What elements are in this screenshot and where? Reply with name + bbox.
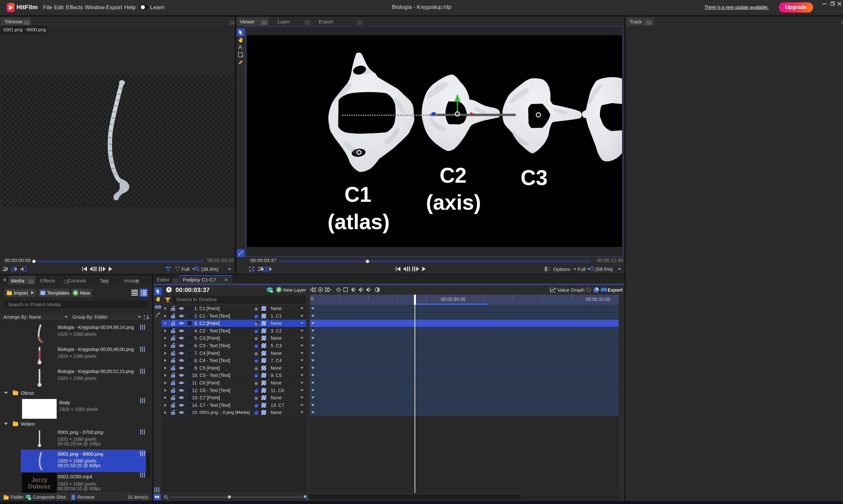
svg-text:(axis): (axis) (426, 191, 481, 214)
svg-text:C3: C3 (521, 166, 548, 190)
svg-text:C1: C1 (344, 183, 372, 206)
svg-text:C2: C2 (440, 164, 467, 187)
svg-text:(atlas): (atlas) (328, 210, 390, 234)
svg-text:Z: Z (144, 317, 146, 320)
svg-text:A: A (144, 314, 146, 317)
svg-text:A: A (588, 288, 589, 292)
